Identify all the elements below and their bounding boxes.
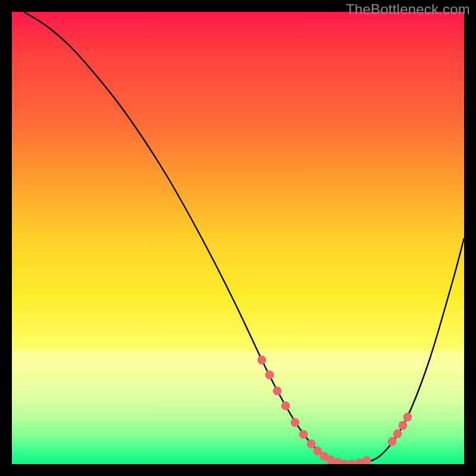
marker-dot bbox=[393, 430, 402, 439]
marker-dot bbox=[291, 418, 300, 427]
marker-dot bbox=[399, 421, 408, 430]
marker-dot bbox=[362, 456, 371, 465]
marker-dot bbox=[307, 440, 316, 449]
marker-dot bbox=[281, 402, 290, 411]
marker-dot bbox=[403, 413, 412, 422]
marker-dot bbox=[273, 387, 282, 396]
plot-area bbox=[12, 12, 464, 464]
marker-dot bbox=[265, 371, 274, 380]
marker-dot bbox=[258, 356, 267, 365]
bottleneck-curve bbox=[24, 12, 464, 464]
chart-svg bbox=[12, 12, 464, 464]
marker-dot bbox=[388, 437, 397, 446]
marker-dot bbox=[299, 430, 308, 439]
watermark-text: TheBottleneck.com bbox=[346, 1, 470, 18]
chart-container: TheBottleneck.com bbox=[0, 0, 476, 476]
